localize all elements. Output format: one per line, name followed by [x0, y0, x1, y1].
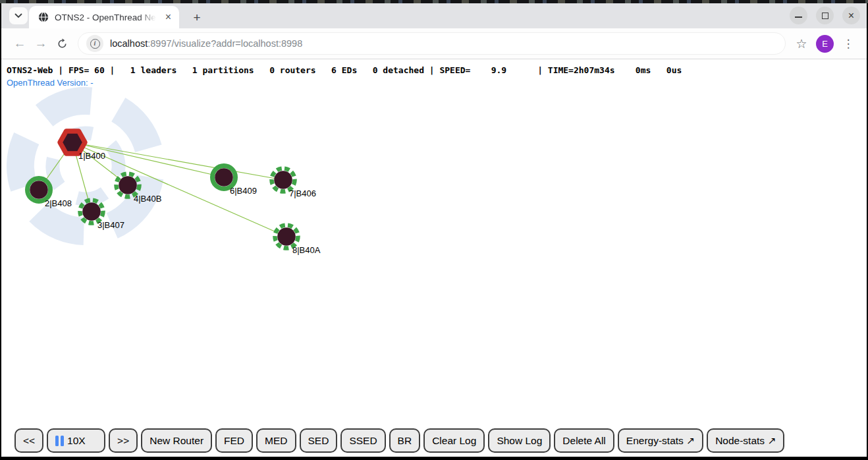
url-text: localhost:8997/visualize?addr=localhost:…: [110, 38, 302, 49]
browser-menu-button[interactable]: ⋮: [838, 33, 859, 54]
globe-favicon-icon: [38, 12, 49, 22]
toolbar-button-forward[interactable]: >>: [109, 428, 138, 453]
info-icon: i: [90, 39, 100, 49]
toolbar-button-label: SSED: [349, 435, 377, 447]
toolbar-button-show-log[interactable]: Show Log: [488, 428, 551, 453]
reload-icon: [57, 38, 68, 49]
node-label: 2|B408: [45, 198, 72, 208]
minimize-button[interactable]: [790, 7, 807, 24]
network-node[interactable]: [215, 168, 233, 187]
simulator-status-line: OTNS2-Web | FPS= 60 | 1 leaders 1 partit…: [7, 65, 682, 75]
reload-button[interactable]: [51, 33, 72, 54]
tab-search-button[interactable]: [9, 7, 28, 24]
minimize-icon: [795, 16, 802, 18]
url-path: :8997/visualize?addr=localhost:8998: [148, 38, 302, 49]
chevron-down-icon: [14, 13, 22, 18]
network-node[interactable]: [277, 227, 296, 246]
pause-icon: [55, 436, 64, 446]
toolbar-button-label: New Router: [149, 435, 203, 447]
network-node[interactable]: [274, 171, 292, 189]
toolbar-button-med[interactable]: MED: [256, 428, 296, 453]
address-bar[interactable]: i localhost:8997/visualize?addr=localhos…: [78, 32, 786, 55]
toolbar-button-fed[interactable]: FED: [215, 428, 253, 453]
browser-tab[interactable]: OTNS2 - OpenThread Ne ×: [29, 6, 179, 28]
toolbar-button-ssed[interactable]: SSED: [340, 428, 385, 453]
toolbar-button-label: FED: [224, 435, 244, 447]
toolbar-button-label: Energy-stats ↗: [626, 435, 695, 447]
maximize-icon: [822, 13, 828, 19]
close-icon: ×: [848, 11, 854, 21]
toolbar-button-label: Clear Log: [432, 435, 476, 447]
back-icon: ←: [14, 36, 26, 51]
navigation-bar: ← → i localhost:8997/visualize?addr=loca…: [1, 28, 867, 59]
toolbar-button-label: SED: [308, 435, 329, 447]
back-button[interactable]: ←: [9, 33, 30, 54]
bookmark-button[interactable]: ☆: [791, 33, 812, 54]
toolbar-button-label: Node-stats ↗: [715, 435, 776, 447]
network-node[interactable]: [119, 176, 137, 194]
toolbar-button-label: 10X: [67, 435, 86, 447]
node-label: 6|B409: [230, 186, 257, 196]
kebab-menu-icon: ⋮: [843, 37, 854, 51]
page-content: OTNS2-Web | FPS= 60 | 1 leaders 1 partit…: [1, 59, 867, 457]
toolbar-button-label: Delete All: [562, 435, 605, 447]
forward-icon: →: [35, 36, 47, 51]
forward-button[interactable]: →: [30, 33, 51, 54]
site-info-button[interactable]: i: [86, 35, 103, 52]
watermark-logo: [1, 81, 171, 251]
toolbar-button-clear-log[interactable]: Clear Log: [423, 428, 485, 453]
star-icon: ☆: [796, 36, 807, 51]
toolbar-button-new-router[interactable]: New Router: [141, 428, 212, 453]
toolbar-button-br[interactable]: BR: [389, 428, 421, 453]
profile-avatar[interactable]: E: [816, 35, 834, 53]
close-button[interactable]: ×: [842, 7, 860, 24]
toolbar-button-label: BR: [398, 435, 412, 447]
tab-strip: OTNS2 - OpenThread Ne × + ×: [1, 3, 867, 28]
toolbar-button-energy-stats[interactable]: Energy-stats ↗: [618, 428, 703, 453]
tab-title: OTNS2 - OpenThread Ne: [55, 13, 158, 22]
toolbar-button-label: MED: [265, 435, 287, 447]
toolbar-button-node-stats[interactable]: Node-stats ↗: [707, 428, 784, 453]
network-node[interactable]: [30, 181, 48, 199]
toolbar-button-label: >>: [117, 435, 129, 447]
maximize-button[interactable]: [816, 7, 834, 24]
toolbar-button-label: Show Log: [497, 435, 542, 447]
network-canvas[interactable]: 1|B4002|B4083|B4074|B40B6|B4097|B4068|B4…: [1, 59, 867, 426]
openthread-version-label: OpenThread Version: -: [7, 78, 94, 88]
network-node[interactable]: [82, 202, 101, 221]
tab-close-icon[interactable]: ×: [164, 12, 173, 22]
url-host: localhost: [110, 38, 148, 49]
toolbar-button-rewind[interactable]: <<: [14, 428, 43, 453]
node-label: 1|B400: [78, 151, 105, 161]
toolbar-button-label: <<: [23, 435, 35, 447]
new-tab-button[interactable]: +: [188, 9, 205, 26]
node-label: 3|B407: [97, 220, 124, 230]
browser-window: OTNS2 - OpenThread Ne × + × ← → i localh…: [1, 3, 867, 457]
window-controls: ×: [790, 7, 860, 24]
node-label: 7|B406: [289, 188, 316, 198]
toolbar-button-speed[interactable]: 10X: [47, 428, 105, 453]
toolbar-button-delete-all[interactable]: Delete All: [554, 428, 614, 453]
network-edge: [72, 142, 283, 180]
node-label: 8|B40A: [292, 245, 321, 255]
simulator-toolbar: <<10X>>New RouterFEDMEDSEDSSEDBRClear Lo…: [14, 428, 784, 453]
node-label: 4|B40B: [134, 194, 161, 204]
toolbar-button-sed[interactable]: SED: [300, 428, 338, 453]
network-node-leader[interactable]: [60, 131, 85, 154]
